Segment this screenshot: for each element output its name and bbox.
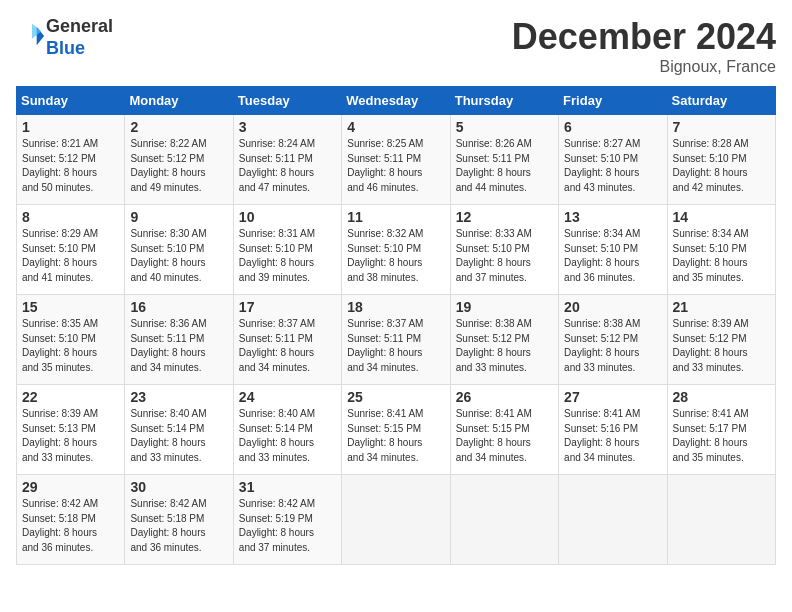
day-info: Sunrise: 8:26 AM Sunset: 5:11 PM Dayligh… [456,137,553,195]
calendar-cell: 25Sunrise: 8:41 AM Sunset: 5:15 PM Dayli… [342,385,450,475]
day-number: 23 [130,389,227,405]
day-info: Sunrise: 8:40 AM Sunset: 5:14 PM Dayligh… [239,407,336,465]
week-row-5: 29Sunrise: 8:42 AM Sunset: 5:18 PM Dayli… [17,475,776,565]
calendar-cell: 14Sunrise: 8:34 AM Sunset: 5:10 PM Dayli… [667,205,775,295]
day-info: Sunrise: 8:33 AM Sunset: 5:10 PM Dayligh… [456,227,553,285]
day-info: Sunrise: 8:25 AM Sunset: 5:11 PM Dayligh… [347,137,444,195]
week-row-2: 8Sunrise: 8:29 AM Sunset: 5:10 PM Daylig… [17,205,776,295]
day-number: 25 [347,389,444,405]
calendar-cell: 21Sunrise: 8:39 AM Sunset: 5:12 PM Dayli… [667,295,775,385]
calendar-cell: 2Sunrise: 8:22 AM Sunset: 5:12 PM Daylig… [125,115,233,205]
calendar-header-row: SundayMondayTuesdayWednesdayThursdayFrid… [17,87,776,115]
day-info: Sunrise: 8:32 AM Sunset: 5:10 PM Dayligh… [347,227,444,285]
day-info: Sunrise: 8:35 AM Sunset: 5:10 PM Dayligh… [22,317,119,375]
calendar-cell: 6Sunrise: 8:27 AM Sunset: 5:10 PM Daylig… [559,115,667,205]
calendar-cell [667,475,775,565]
day-number: 13 [564,209,661,225]
day-number: 14 [673,209,770,225]
day-number: 29 [22,479,119,495]
header-day-wednesday: Wednesday [342,87,450,115]
calendar-cell: 18Sunrise: 8:37 AM Sunset: 5:11 PM Dayli… [342,295,450,385]
day-info: Sunrise: 8:34 AM Sunset: 5:10 PM Dayligh… [673,227,770,285]
calendar-body: 1Sunrise: 8:21 AM Sunset: 5:12 PM Daylig… [17,115,776,565]
calendar-cell: 11Sunrise: 8:32 AM Sunset: 5:10 PM Dayli… [342,205,450,295]
week-row-3: 15Sunrise: 8:35 AM Sunset: 5:10 PM Dayli… [17,295,776,385]
day-number: 10 [239,209,336,225]
day-number: 16 [130,299,227,315]
calendar-cell: 8Sunrise: 8:29 AM Sunset: 5:10 PM Daylig… [17,205,125,295]
day-number: 18 [347,299,444,315]
day-info: Sunrise: 8:41 AM Sunset: 5:17 PM Dayligh… [673,407,770,465]
day-info: Sunrise: 8:36 AM Sunset: 5:11 PM Dayligh… [130,317,227,375]
header-day-monday: Monday [125,87,233,115]
day-info: Sunrise: 8:21 AM Sunset: 5:12 PM Dayligh… [22,137,119,195]
day-number: 26 [456,389,553,405]
month-title: December 2024 [512,16,776,58]
calendar-cell: 20Sunrise: 8:38 AM Sunset: 5:12 PM Dayli… [559,295,667,385]
day-number: 8 [22,209,119,225]
header-day-friday: Friday [559,87,667,115]
day-info: Sunrise: 8:40 AM Sunset: 5:14 PM Dayligh… [130,407,227,465]
calendar-cell: 13Sunrise: 8:34 AM Sunset: 5:10 PM Dayli… [559,205,667,295]
calendar-cell: 10Sunrise: 8:31 AM Sunset: 5:10 PM Dayli… [233,205,341,295]
logo-general: General [46,16,113,36]
logo: General Blue [16,16,113,59]
calendar-cell: 19Sunrise: 8:38 AM Sunset: 5:12 PM Dayli… [450,295,558,385]
calendar-cell: 24Sunrise: 8:40 AM Sunset: 5:14 PM Dayli… [233,385,341,475]
day-info: Sunrise: 8:27 AM Sunset: 5:10 PM Dayligh… [564,137,661,195]
day-number: 17 [239,299,336,315]
calendar-cell: 12Sunrise: 8:33 AM Sunset: 5:10 PM Dayli… [450,205,558,295]
week-row-1: 1Sunrise: 8:21 AM Sunset: 5:12 PM Daylig… [17,115,776,205]
day-number: 6 [564,119,661,135]
day-info: Sunrise: 8:42 AM Sunset: 5:19 PM Dayligh… [239,497,336,555]
calendar-cell: 7Sunrise: 8:28 AM Sunset: 5:10 PM Daylig… [667,115,775,205]
calendar-cell: 9Sunrise: 8:30 AM Sunset: 5:10 PM Daylig… [125,205,233,295]
day-info: Sunrise: 8:37 AM Sunset: 5:11 PM Dayligh… [239,317,336,375]
calendar-cell: 16Sunrise: 8:36 AM Sunset: 5:11 PM Dayli… [125,295,233,385]
day-number: 12 [456,209,553,225]
calendar-cell [559,475,667,565]
day-info: Sunrise: 8:28 AM Sunset: 5:10 PM Dayligh… [673,137,770,195]
calendar-cell: 23Sunrise: 8:40 AM Sunset: 5:14 PM Dayli… [125,385,233,475]
calendar-cell [450,475,558,565]
day-number: 2 [130,119,227,135]
header-day-thursday: Thursday [450,87,558,115]
day-info: Sunrise: 8:30 AM Sunset: 5:10 PM Dayligh… [130,227,227,285]
header-day-sunday: Sunday [17,87,125,115]
calendar-cell: 15Sunrise: 8:35 AM Sunset: 5:10 PM Dayli… [17,295,125,385]
calendar-cell: 4Sunrise: 8:25 AM Sunset: 5:11 PM Daylig… [342,115,450,205]
day-number: 15 [22,299,119,315]
calendar-table: SundayMondayTuesdayWednesdayThursdayFrid… [16,86,776,565]
day-info: Sunrise: 8:41 AM Sunset: 5:16 PM Dayligh… [564,407,661,465]
calendar-cell: 5Sunrise: 8:26 AM Sunset: 5:11 PM Daylig… [450,115,558,205]
day-number: 28 [673,389,770,405]
calendar-cell: 30Sunrise: 8:42 AM Sunset: 5:18 PM Dayli… [125,475,233,565]
calendar-cell: 17Sunrise: 8:37 AM Sunset: 5:11 PM Dayli… [233,295,341,385]
day-number: 19 [456,299,553,315]
logo-blue: Blue [46,38,85,58]
day-number: 22 [22,389,119,405]
day-info: Sunrise: 8:38 AM Sunset: 5:12 PM Dayligh… [456,317,553,375]
day-info: Sunrise: 8:42 AM Sunset: 5:18 PM Dayligh… [22,497,119,555]
calendar-cell: 26Sunrise: 8:41 AM Sunset: 5:15 PM Dayli… [450,385,558,475]
day-info: Sunrise: 8:39 AM Sunset: 5:12 PM Dayligh… [673,317,770,375]
day-number: 3 [239,119,336,135]
header-day-saturday: Saturday [667,87,775,115]
day-info: Sunrise: 8:42 AM Sunset: 5:18 PM Dayligh… [130,497,227,555]
day-number: 9 [130,209,227,225]
day-info: Sunrise: 8:24 AM Sunset: 5:11 PM Dayligh… [239,137,336,195]
location: Bignoux, France [512,58,776,76]
calendar-cell: 29Sunrise: 8:42 AM Sunset: 5:18 PM Dayli… [17,475,125,565]
logo-icon [18,22,46,50]
week-row-4: 22Sunrise: 8:39 AM Sunset: 5:13 PM Dayli… [17,385,776,475]
calendar-cell: 3Sunrise: 8:24 AM Sunset: 5:11 PM Daylig… [233,115,341,205]
day-number: 30 [130,479,227,495]
page-header: General Blue December 2024 Bignoux, Fran… [16,16,776,76]
day-number: 31 [239,479,336,495]
day-number: 4 [347,119,444,135]
day-number: 5 [456,119,553,135]
day-info: Sunrise: 8:37 AM Sunset: 5:11 PM Dayligh… [347,317,444,375]
title-block: December 2024 Bignoux, France [512,16,776,76]
day-number: 24 [239,389,336,405]
calendar-cell: 28Sunrise: 8:41 AM Sunset: 5:17 PM Dayli… [667,385,775,475]
